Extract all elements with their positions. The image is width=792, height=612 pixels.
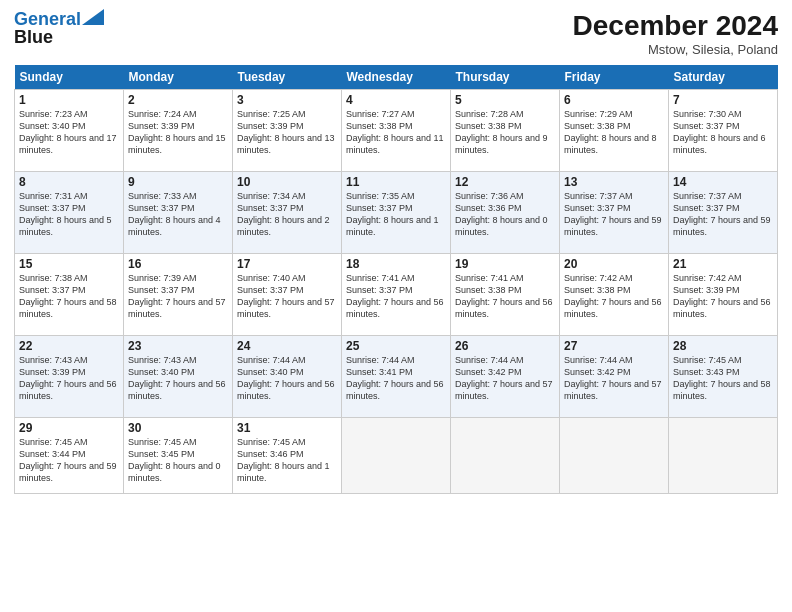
calendar-table: Sunday Monday Tuesday Wednesday Thursday… bbox=[14, 65, 778, 494]
day-info: Sunrise: 7:45 AM Sunset: 3:46 PM Dayligh… bbox=[237, 436, 337, 485]
day-info: Sunrise: 7:36 AM Sunset: 3:36 PM Dayligh… bbox=[455, 190, 555, 239]
calendar-cell: 15 Sunrise: 7:38 AM Sunset: 3:37 PM Dayl… bbox=[15, 254, 124, 336]
calendar-cell: 4 Sunrise: 7:27 AM Sunset: 3:38 PM Dayli… bbox=[342, 90, 451, 172]
day-number: 26 bbox=[455, 339, 555, 353]
day-info: Sunrise: 7:41 AM Sunset: 3:38 PM Dayligh… bbox=[455, 272, 555, 321]
calendar-cell: 12 Sunrise: 7:36 AM Sunset: 3:36 PM Dayl… bbox=[451, 172, 560, 254]
day-info: Sunrise: 7:39 AM Sunset: 3:37 PM Dayligh… bbox=[128, 272, 228, 321]
day-number: 27 bbox=[564, 339, 664, 353]
day-number: 24 bbox=[237, 339, 337, 353]
day-info: Sunrise: 7:40 AM Sunset: 3:37 PM Dayligh… bbox=[237, 272, 337, 321]
day-number: 12 bbox=[455, 175, 555, 189]
day-number: 30 bbox=[128, 421, 228, 435]
calendar-cell: 26 Sunrise: 7:44 AM Sunset: 3:42 PM Dayl… bbox=[451, 336, 560, 418]
logo-line2: Blue bbox=[14, 28, 104, 48]
day-info: Sunrise: 7:44 AM Sunset: 3:41 PM Dayligh… bbox=[346, 354, 446, 403]
svg-marker-0 bbox=[82, 9, 104, 25]
header: General Blue December 2024 Mstow, Silesi… bbox=[14, 10, 778, 57]
day-info: Sunrise: 7:45 AM Sunset: 3:43 PM Dayligh… bbox=[673, 354, 773, 403]
calendar-cell: 30 Sunrise: 7:45 AM Sunset: 3:45 PM Dayl… bbox=[124, 418, 233, 494]
calendar-cell: 9 Sunrise: 7:33 AM Sunset: 3:37 PM Dayli… bbox=[124, 172, 233, 254]
day-number: 20 bbox=[564, 257, 664, 271]
day-info: Sunrise: 7:37 AM Sunset: 3:37 PM Dayligh… bbox=[673, 190, 773, 239]
calendar-cell: 13 Sunrise: 7:37 AM Sunset: 3:37 PM Dayl… bbox=[560, 172, 669, 254]
calendar-cell: 5 Sunrise: 7:28 AM Sunset: 3:38 PM Dayli… bbox=[451, 90, 560, 172]
day-number: 19 bbox=[455, 257, 555, 271]
day-number: 29 bbox=[19, 421, 119, 435]
day-info: Sunrise: 7:43 AM Sunset: 3:40 PM Dayligh… bbox=[128, 354, 228, 403]
calendar-cell: 3 Sunrise: 7:25 AM Sunset: 3:39 PM Dayli… bbox=[233, 90, 342, 172]
day-number: 2 bbox=[128, 93, 228, 107]
col-sunday: Sunday bbox=[15, 65, 124, 90]
calendar-cell: 20 Sunrise: 7:42 AM Sunset: 3:38 PM Dayl… bbox=[560, 254, 669, 336]
main-container: General Blue December 2024 Mstow, Silesi… bbox=[0, 0, 792, 502]
col-wednesday: Wednesday bbox=[342, 65, 451, 90]
title-section: December 2024 Mstow, Silesia, Poland bbox=[573, 10, 778, 57]
calendar-week-1: 1 Sunrise: 7:23 AM Sunset: 3:40 PM Dayli… bbox=[15, 90, 778, 172]
day-number: 8 bbox=[19, 175, 119, 189]
day-info: Sunrise: 7:42 AM Sunset: 3:38 PM Dayligh… bbox=[564, 272, 664, 321]
day-info: Sunrise: 7:33 AM Sunset: 3:37 PM Dayligh… bbox=[128, 190, 228, 239]
day-number: 13 bbox=[564, 175, 664, 189]
calendar-cell: 29 Sunrise: 7:45 AM Sunset: 3:44 PM Dayl… bbox=[15, 418, 124, 494]
day-info: Sunrise: 7:45 AM Sunset: 3:44 PM Dayligh… bbox=[19, 436, 119, 485]
calendar-cell: 1 Sunrise: 7:23 AM Sunset: 3:40 PM Dayli… bbox=[15, 90, 124, 172]
calendar-cell: 23 Sunrise: 7:43 AM Sunset: 3:40 PM Dayl… bbox=[124, 336, 233, 418]
day-info: Sunrise: 7:43 AM Sunset: 3:39 PM Dayligh… bbox=[19, 354, 119, 403]
day-info: Sunrise: 7:24 AM Sunset: 3:39 PM Dayligh… bbox=[128, 108, 228, 157]
calendar-cell: 17 Sunrise: 7:40 AM Sunset: 3:37 PM Dayl… bbox=[233, 254, 342, 336]
day-info: Sunrise: 7:34 AM Sunset: 3:37 PM Dayligh… bbox=[237, 190, 337, 239]
day-info: Sunrise: 7:44 AM Sunset: 3:42 PM Dayligh… bbox=[564, 354, 664, 403]
day-info: Sunrise: 7:37 AM Sunset: 3:37 PM Dayligh… bbox=[564, 190, 664, 239]
day-info: Sunrise: 7:27 AM Sunset: 3:38 PM Dayligh… bbox=[346, 108, 446, 157]
calendar-cell: 19 Sunrise: 7:41 AM Sunset: 3:38 PM Dayl… bbox=[451, 254, 560, 336]
calendar-cell: 11 Sunrise: 7:35 AM Sunset: 3:37 PM Dayl… bbox=[342, 172, 451, 254]
day-number: 22 bbox=[19, 339, 119, 353]
calendar-cell: 18 Sunrise: 7:41 AM Sunset: 3:37 PM Dayl… bbox=[342, 254, 451, 336]
day-number: 9 bbox=[128, 175, 228, 189]
day-info: Sunrise: 7:28 AM Sunset: 3:38 PM Dayligh… bbox=[455, 108, 555, 157]
day-info: Sunrise: 7:31 AM Sunset: 3:37 PM Dayligh… bbox=[19, 190, 119, 239]
day-info: Sunrise: 7:44 AM Sunset: 3:40 PM Dayligh… bbox=[237, 354, 337, 403]
day-number: 14 bbox=[673, 175, 773, 189]
day-number: 17 bbox=[237, 257, 337, 271]
day-number: 23 bbox=[128, 339, 228, 353]
day-info: Sunrise: 7:29 AM Sunset: 3:38 PM Dayligh… bbox=[564, 108, 664, 157]
month-title: December 2024 bbox=[573, 10, 778, 42]
calendar-cell bbox=[669, 418, 778, 494]
day-number: 15 bbox=[19, 257, 119, 271]
calendar-cell: 31 Sunrise: 7:45 AM Sunset: 3:46 PM Dayl… bbox=[233, 418, 342, 494]
day-info: Sunrise: 7:41 AM Sunset: 3:37 PM Dayligh… bbox=[346, 272, 446, 321]
day-number: 31 bbox=[237, 421, 337, 435]
col-monday: Monday bbox=[124, 65, 233, 90]
calendar-week-2: 8 Sunrise: 7:31 AM Sunset: 3:37 PM Dayli… bbox=[15, 172, 778, 254]
day-number: 4 bbox=[346, 93, 446, 107]
location: Mstow, Silesia, Poland bbox=[573, 42, 778, 57]
col-saturday: Saturday bbox=[669, 65, 778, 90]
day-info: Sunrise: 7:42 AM Sunset: 3:39 PM Dayligh… bbox=[673, 272, 773, 321]
day-number: 21 bbox=[673, 257, 773, 271]
calendar-cell bbox=[342, 418, 451, 494]
day-number: 18 bbox=[346, 257, 446, 271]
calendar-cell: 22 Sunrise: 7:43 AM Sunset: 3:39 PM Dayl… bbox=[15, 336, 124, 418]
calendar-cell: 28 Sunrise: 7:45 AM Sunset: 3:43 PM Dayl… bbox=[669, 336, 778, 418]
calendar-cell: 8 Sunrise: 7:31 AM Sunset: 3:37 PM Dayli… bbox=[15, 172, 124, 254]
day-number: 6 bbox=[564, 93, 664, 107]
col-thursday: Thursday bbox=[451, 65, 560, 90]
calendar-cell: 2 Sunrise: 7:24 AM Sunset: 3:39 PM Dayli… bbox=[124, 90, 233, 172]
calendar-cell: 24 Sunrise: 7:44 AM Sunset: 3:40 PM Dayl… bbox=[233, 336, 342, 418]
col-friday: Friday bbox=[560, 65, 669, 90]
day-number: 7 bbox=[673, 93, 773, 107]
calendar-cell: 21 Sunrise: 7:42 AM Sunset: 3:39 PM Dayl… bbox=[669, 254, 778, 336]
day-number: 3 bbox=[237, 93, 337, 107]
day-info: Sunrise: 7:38 AM Sunset: 3:37 PM Dayligh… bbox=[19, 272, 119, 321]
calendar-cell: 10 Sunrise: 7:34 AM Sunset: 3:37 PM Dayl… bbox=[233, 172, 342, 254]
header-row: Sunday Monday Tuesday Wednesday Thursday… bbox=[15, 65, 778, 90]
day-info: Sunrise: 7:45 AM Sunset: 3:45 PM Dayligh… bbox=[128, 436, 228, 485]
day-info: Sunrise: 7:23 AM Sunset: 3:40 PM Dayligh… bbox=[19, 108, 119, 157]
day-number: 25 bbox=[346, 339, 446, 353]
day-number: 11 bbox=[346, 175, 446, 189]
calendar-week-3: 15 Sunrise: 7:38 AM Sunset: 3:37 PM Dayl… bbox=[15, 254, 778, 336]
calendar-cell: 27 Sunrise: 7:44 AM Sunset: 3:42 PM Dayl… bbox=[560, 336, 669, 418]
day-number: 28 bbox=[673, 339, 773, 353]
